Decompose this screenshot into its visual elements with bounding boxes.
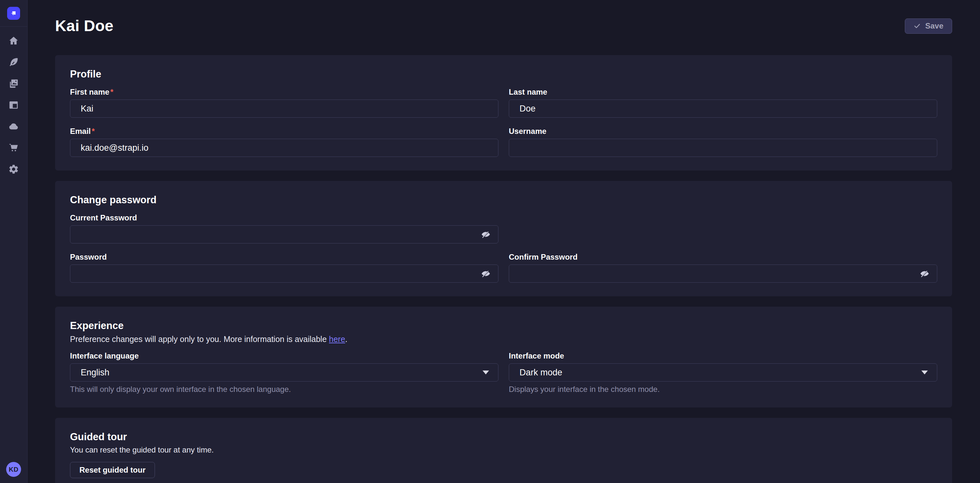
interface-mode-label-text: Interface mode [509, 351, 564, 360]
email-input[interactable] [70, 139, 498, 157]
interface-language-value: English [81, 368, 110, 378]
guided-tour-card: Guided tour You can reset the guided tou… [55, 418, 952, 483]
sidebar-item-content-manager[interactable] [8, 56, 20, 69]
change-password-card-title: Change password [70, 194, 937, 206]
chevron-down-icon [482, 370, 489, 375]
experience-card-title: Experience [70, 320, 937, 332]
eye-slash-icon [481, 269, 491, 279]
first-name-input[interactable] [70, 99, 498, 118]
last-name-input[interactable] [509, 99, 937, 118]
current-password-label: Current Password [70, 213, 498, 222]
change-password-card: Change password Current Password [55, 181, 952, 296]
experience-description: Preference changes will apply only to yo… [70, 334, 937, 344]
sidebar-item-home[interactable] [8, 35, 20, 47]
current-password-input[interactable] [70, 225, 498, 244]
cloud-icon [8, 121, 19, 132]
profile-card-title: Profile [70, 68, 937, 80]
current-password-field-group: Current Password [70, 213, 498, 244]
save-button[interactable]: Save [905, 19, 952, 34]
sidebar-item-media-library[interactable] [8, 78, 20, 90]
eye-slash-icon [481, 230, 491, 239]
first-name-label-text: First name [70, 88, 109, 97]
eye-slash-icon [920, 269, 929, 279]
current-password-label-text: Current Password [70, 213, 137, 222]
new-password-label: Password [70, 252, 498, 261]
interface-language-label: Interface language [70, 351, 498, 360]
profile-card: Profile First name * Last name [55, 55, 952, 171]
sidebar-item-marketplace[interactable] [8, 142, 20, 154]
interface-mode-field-group: Interface mode Dark mode Displays your i… [509, 351, 937, 394]
username-label-text: Username [509, 127, 546, 136]
experience-fields: Interface language English This will onl… [70, 351, 937, 394]
interface-language-select[interactable]: English [70, 363, 498, 381]
logo-section [0, 0, 27, 27]
new-password-field-group: Password [70, 252, 498, 283]
experience-card: Experience Preference changes will apply… [55, 307, 952, 408]
password-grid-spacer [509, 213, 937, 244]
home-icon [8, 35, 19, 46]
chevron-down-icon [921, 370, 928, 375]
interface-language-label-text: Interface language [70, 351, 139, 360]
sidebar-nav [8, 35, 20, 175]
interface-mode-value: Dark mode [520, 368, 562, 378]
content-manager-feather-icon [8, 57, 19, 68]
email-field-group: Email * [70, 127, 498, 157]
username-field-group: Username [509, 127, 937, 157]
toggle-new-password-visibility-button[interactable] [480, 268, 491, 279]
experience-description-text: Preference changes will apply only to yo… [70, 335, 329, 344]
profile-fields: First name * Last name Email * [70, 88, 937, 157]
first-name-label: First name * [70, 88, 498, 97]
username-input[interactable] [509, 139, 937, 157]
settings-gear-icon [8, 164, 19, 175]
reset-guided-tour-button[interactable]: Reset guided tour [70, 462, 155, 478]
main-content: Kai Doe Save Profile First name * [27, 0, 980, 483]
interface-mode-hint: Displays your interface in the chosen mo… [509, 385, 937, 394]
last-name-field-group: Last name [509, 88, 937, 118]
more-information-link[interactable]: here [329, 335, 345, 344]
interface-mode-label: Interface mode [509, 351, 937, 360]
sidebar-item-content-type-builder[interactable] [8, 99, 20, 111]
first-name-field-group: First name * [70, 88, 498, 118]
main-sidebar: KD [0, 0, 27, 483]
marketplace-cart-icon [8, 142, 19, 153]
page-title: Kai Doe [55, 18, 113, 34]
new-password-input[interactable] [70, 265, 498, 283]
confirm-password-input[interactable] [509, 265, 937, 283]
save-button-label: Save [925, 21, 943, 30]
toggle-current-password-visibility-button[interactable] [480, 229, 491, 240]
sidebar-item-cloud[interactable] [8, 120, 20, 132]
strapi-mark [10, 10, 18, 17]
confirm-password-field-group: Confirm Password [509, 252, 937, 283]
content-type-builder-layout-icon [8, 99, 19, 110]
guided-tour-description: You can reset the guided tour at any tim… [70, 445, 937, 455]
last-name-label: Last name [509, 88, 937, 97]
email-label: Email * [70, 127, 498, 136]
last-name-label-text: Last name [509, 88, 547, 97]
toggle-confirm-password-visibility-button[interactable] [919, 268, 930, 279]
page-header: Kai Doe Save [55, 0, 952, 34]
guided-tour-card-title: Guided tour [70, 431, 937, 443]
new-password-label-text: Password [70, 252, 107, 261]
confirm-password-label-text: Confirm Password [509, 252, 578, 261]
confirm-password-label: Confirm Password [509, 252, 937, 261]
username-label: Username [509, 127, 937, 136]
media-library-images-icon [8, 78, 19, 89]
check-icon [913, 22, 921, 30]
sidebar-item-settings[interactable] [8, 163, 20, 175]
required-asterisk: * [92, 127, 95, 136]
experience-description-period: . [345, 335, 347, 344]
strapi-logo-icon[interactable] [7, 7, 20, 20]
interface-language-hint: This will only display your own interfac… [70, 385, 498, 394]
email-label-text: Email [70, 127, 91, 136]
required-asterisk: * [110, 88, 113, 97]
password-fields: Current Password Password [70, 213, 937, 283]
interface-language-field-group: Interface language English This will onl… [70, 351, 498, 394]
user-avatar[interactable]: KD [6, 462, 21, 477]
interface-mode-select[interactable]: Dark mode [509, 363, 937, 381]
